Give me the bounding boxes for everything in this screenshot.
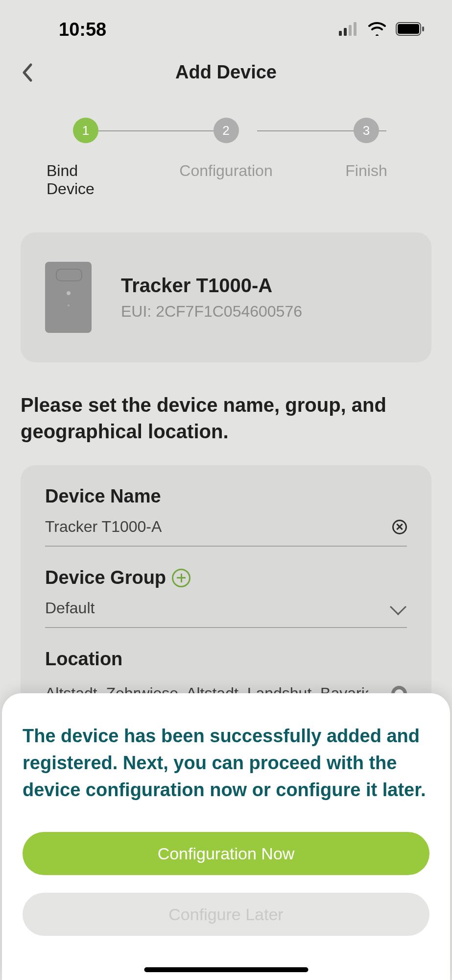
page-title: Add Device xyxy=(175,62,277,83)
field-label: Device Name xyxy=(45,486,407,507)
device-image xyxy=(45,262,92,333)
configuration-now-button[interactable]: Configuration Now xyxy=(23,832,429,875)
device-group-select[interactable]: Default xyxy=(45,599,407,628)
chevron-left-icon xyxy=(21,63,33,82)
configure-later-button[interactable]: Configure Later xyxy=(23,893,429,936)
step-configuration: 2 Configuration xyxy=(187,118,265,180)
svg-rect-2 xyxy=(349,25,352,36)
status-time: 10:58 xyxy=(27,19,106,40)
status-bar: 10:58 xyxy=(0,0,452,49)
field-label: Device Group xyxy=(45,567,166,588)
device-card: Tracker T1000-A EUI: 2CF7F1C054600576 xyxy=(21,232,431,362)
battery-icon xyxy=(396,19,425,40)
field-value: Default xyxy=(45,599,95,617)
modal-message: The device has been successfully added a… xyxy=(23,723,429,804)
clear-icon[interactable] xyxy=(392,520,407,534)
chevron-down-icon xyxy=(390,599,406,615)
field-value: Tracker T1000-A xyxy=(45,518,162,536)
cellular-icon xyxy=(339,19,358,40)
form-prompt: Please set the device name, group, and g… xyxy=(21,392,431,445)
device-eui: EUI: 2CF7F1C054600576 xyxy=(121,302,302,321)
svg-rect-3 xyxy=(354,22,357,36)
svg-rect-5 xyxy=(398,24,419,34)
back-button[interactable] xyxy=(15,60,39,85)
step-number: 3 xyxy=(354,118,379,143)
home-indicator[interactable] xyxy=(144,967,308,972)
svg-rect-1 xyxy=(344,28,347,36)
svg-rect-6 xyxy=(422,26,424,31)
step-number: 2 xyxy=(214,118,239,143)
device-form: Device Name Tracker T1000-A Device Group… xyxy=(21,465,431,723)
success-modal: The device has been successfully added a… xyxy=(2,693,450,980)
stepper: 1 Bind Device 2 Configuration 3 Finish xyxy=(0,96,452,198)
step-finish: 3 Finish xyxy=(327,118,405,180)
device-name: Tracker T1000-A xyxy=(121,275,302,297)
wifi-icon xyxy=(367,19,387,40)
step-bind-device: 1 Bind Device xyxy=(47,118,125,198)
device-name-field: Device Name Tracker T1000-A xyxy=(45,486,407,547)
field-label: Location xyxy=(45,649,407,670)
step-label: Bind Device xyxy=(47,162,125,198)
step-label: Finish xyxy=(345,162,387,180)
step-label: Configuration xyxy=(179,162,272,180)
device-name-input[interactable]: Tracker T1000-A xyxy=(45,518,407,547)
svg-rect-0 xyxy=(339,31,342,36)
device-group-field: Device Group Default xyxy=(45,567,407,628)
nav-header: Add Device xyxy=(0,49,452,96)
add-group-icon[interactable] xyxy=(172,569,190,587)
step-number: 1 xyxy=(73,118,98,143)
